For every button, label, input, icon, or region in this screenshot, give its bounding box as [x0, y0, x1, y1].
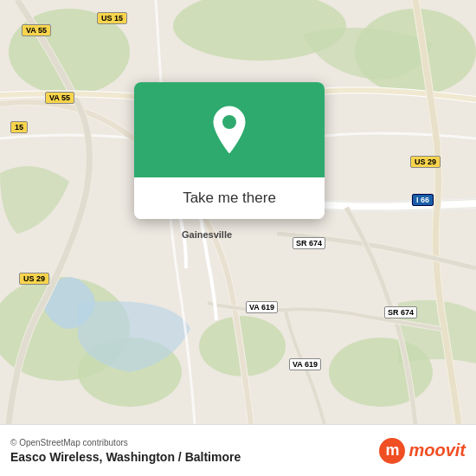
map-container: Gainesville VA 55 US 15 VA 55 15 US 29 U… [0, 0, 476, 424]
popup-card: Take me there [134, 82, 325, 219]
road-badge-sr674-2: SR 674 [384, 306, 417, 318]
road-badge-sr674-1: SR 674 [293, 237, 325, 249]
road-badge-va55-1: VA 55 [22, 24, 51, 36]
road-badge-us15: US 15 [97, 12, 127, 24]
moovit-icon: m [379, 438, 405, 464]
road-badge-va619-1: VA 619 [246, 301, 278, 313]
road-badge-us29-2: US 29 [410, 156, 441, 168]
road-badge-va619-2: VA 619 [289, 358, 321, 370]
bottom-left: © OpenStreetMap contributors Easco Wirel… [10, 438, 241, 464]
road-badge-us29-1: US 29 [19, 273, 49, 285]
moovit-text: moovit [408, 441, 466, 460]
moovit-logo: m moovit [379, 438, 466, 464]
road-badge-va55-2: VA 55 [45, 92, 74, 104]
location-name: Easco Wireless, Washington / Baltimore [10, 450, 241, 464]
road-badge-us15-2: 15 [10, 121, 28, 133]
road-badge-i66: I 66 [412, 194, 434, 206]
take-me-there-button[interactable]: Take me there [134, 177, 325, 219]
location-pin-icon [209, 105, 250, 155]
osm-attribution: © OpenStreetMap contributors [10, 438, 241, 447]
bottom-bar: © OpenStreetMap contributors Easco Wirel… [0, 424, 476, 476]
svg-text:Gainesville: Gainesville [182, 229, 232, 240]
svg-point-9 [222, 115, 236, 129]
popup-header [134, 82, 325, 177]
